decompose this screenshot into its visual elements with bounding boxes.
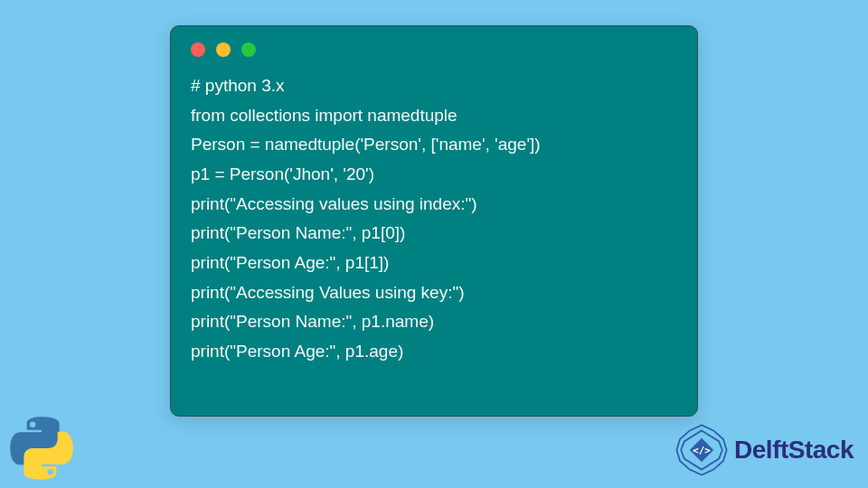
svg-text:</>: </> [693,445,711,456]
delftstack-brand: </> DelftStack [675,423,854,477]
brand-name: DelftStack [734,436,854,465]
delftstack-badge-icon: </> [675,423,729,477]
minimize-dot-icon [216,42,231,57]
code-block: # python 3.x from collections import nam… [171,64,697,385]
python-logo-icon [9,416,74,481]
maximize-dot-icon [241,42,256,57]
code-window: # python 3.x from collections import nam… [170,25,698,417]
close-dot-icon [191,42,205,57]
window-controls [171,26,697,64]
